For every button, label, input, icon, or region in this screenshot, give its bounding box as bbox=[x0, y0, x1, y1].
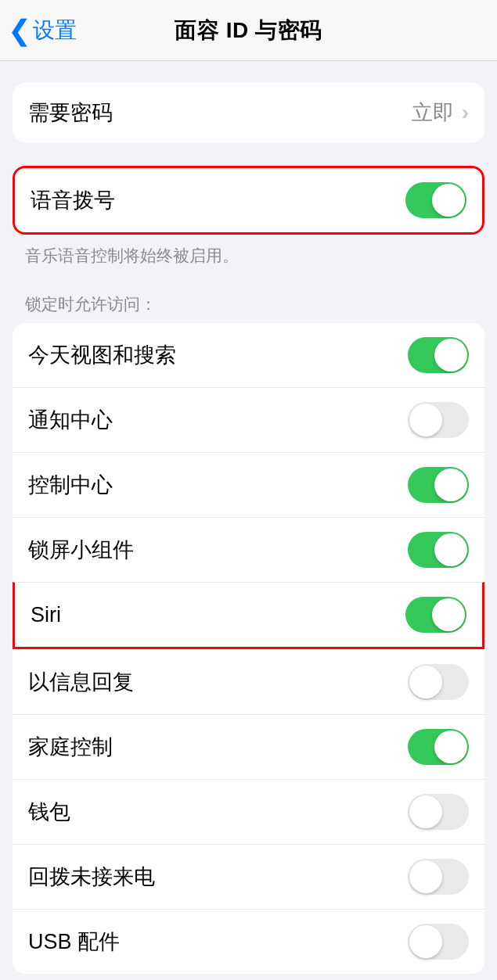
wallet-label: 钱包 bbox=[28, 798, 70, 826]
require-passcode-group: 需要密码 立即 › bbox=[13, 83, 484, 142]
voice-dial-group: 语音拨号 bbox=[13, 166, 484, 235]
today-view-row: 今天视图和搜索 bbox=[13, 323, 484, 387]
wallet-toggle[interactable] bbox=[408, 794, 469, 830]
chevron-right-icon: › bbox=[462, 100, 469, 125]
require-passcode-label: 需要密码 bbox=[28, 99, 113, 127]
voice-dial-toggle[interactable] bbox=[405, 182, 466, 218]
reply-message-row: 以信息回复 bbox=[13, 649, 484, 714]
voice-dial-row: 语音拨号 bbox=[15, 168, 482, 232]
home-control-row: 家庭控制 bbox=[13, 714, 484, 779]
notification-center-toggle[interactable] bbox=[408, 402, 469, 438]
locked-access-group: 今天视图和搜索 通知中心 控制中心 锁屏小组件 Siri 以信息回复 家庭控制 bbox=[13, 323, 484, 974]
home-control-label: 家庭控制 bbox=[28, 733, 113, 761]
page-title: 面容 ID 与密码 bbox=[175, 16, 322, 45]
require-passcode-value: 立即 bbox=[412, 99, 454, 127]
lock-widgets-row: 锁屏小组件 bbox=[13, 517, 484, 582]
wallet-row: 钱包 bbox=[13, 779, 484, 844]
voice-dial-footer: 音乐语音控制将始终被启用。 bbox=[0, 235, 497, 267]
locked-access-header: 锁定时允许访问： bbox=[0, 267, 497, 323]
usb-accessories-toggle[interactable] bbox=[408, 924, 469, 960]
nav-header: ❮ 设置 面容 ID 与密码 bbox=[0, 0, 497, 61]
reply-message-toggle[interactable] bbox=[408, 664, 469, 700]
usb-accessories-label: USB 配件 bbox=[28, 928, 120, 956]
notification-center-label: 通知中心 bbox=[28, 406, 113, 434]
control-center-row: 控制中心 bbox=[13, 452, 484, 517]
usb-footer: iPhone 锁定超过一小时后，需先解锁 iPhone 才能允许 USB 配件连… bbox=[0, 974, 497, 980]
lock-widgets-toggle[interactable] bbox=[408, 532, 469, 568]
voice-dial-label: 语音拨号 bbox=[31, 186, 115, 214]
return-missed-label: 回拨未接来电 bbox=[28, 863, 155, 891]
return-missed-row: 回拨未接来电 bbox=[13, 844, 484, 909]
today-view-toggle[interactable] bbox=[408, 337, 469, 373]
today-view-label: 今天视图和搜索 bbox=[28, 341, 176, 369]
lock-widgets-label: 锁屏小组件 bbox=[28, 536, 134, 564]
control-center-toggle[interactable] bbox=[408, 467, 469, 503]
back-button[interactable]: ❮ 设置 bbox=[0, 16, 77, 45]
control-center-label: 控制中心 bbox=[28, 471, 113, 499]
siri-row: Siri bbox=[13, 582, 484, 649]
notification-center-row: 通知中心 bbox=[13, 387, 484, 452]
reply-message-label: 以信息回复 bbox=[28, 668, 134, 696]
require-passcode-row[interactable]: 需要密码 立即 › bbox=[13, 83, 484, 142]
usb-accessories-row: USB 配件 bbox=[13, 909, 484, 974]
siri-toggle[interactable] bbox=[405, 597, 466, 633]
return-missed-toggle[interactable] bbox=[408, 859, 469, 895]
chevron-left-icon: ❮ bbox=[8, 16, 31, 45]
back-label: 设置 bbox=[33, 16, 77, 45]
home-control-toggle[interactable] bbox=[408, 729, 469, 765]
siri-label: Siri bbox=[31, 603, 61, 627]
